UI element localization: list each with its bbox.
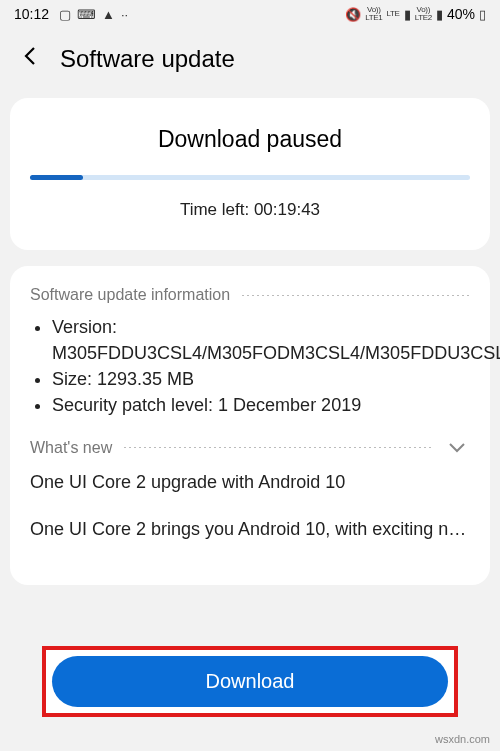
download-status-card: Download paused Time left: 00:19:43 bbox=[10, 98, 490, 250]
update-info-card: Software update information Version: M30… bbox=[10, 266, 490, 585]
sim2-indicator: Vo)) LTE2 bbox=[415, 6, 432, 22]
more-icon: ·· bbox=[121, 7, 128, 22]
whats-new-header[interactable]: What's new bbox=[30, 436, 470, 459]
info-size: Size: 1293.35 MB bbox=[52, 366, 470, 392]
time-left-label: Time left: 00:19:43 bbox=[30, 200, 470, 220]
info-version: Version: M305FDDU3CSL4/M305FODM3CSL4/M30… bbox=[52, 314, 470, 366]
signal2-icon: ▮ bbox=[436, 7, 443, 22]
info-list: Version: M305FDDU3CSL4/M305FODM3CSL4/M30… bbox=[30, 314, 470, 418]
chevron-down-icon bbox=[444, 436, 470, 459]
progress-bar bbox=[30, 175, 470, 180]
info-security: Security patch level: 1 December 2019 bbox=[52, 392, 470, 418]
status-left: 10:12 ▢ ⌨ ▲ ·· bbox=[14, 6, 128, 22]
divider-dots bbox=[240, 295, 470, 296]
chevron-left-icon bbox=[22, 46, 38, 66]
info-section-header: Software update information bbox=[30, 286, 470, 304]
progress-fill bbox=[30, 175, 83, 180]
image-icon: ▢ bbox=[59, 7, 71, 22]
back-button[interactable] bbox=[16, 42, 44, 76]
whats-new-body: One UI Core 2 upgrade with Android 10 On… bbox=[30, 469, 470, 543]
info-section-label: Software update information bbox=[30, 286, 230, 304]
signal1-icon: ▮ bbox=[404, 7, 411, 22]
status-bar: 10:12 ▢ ⌨ ▲ ·· 🔇 Vo)) LTE1 LTE ▮ Vo)) LT… bbox=[0, 0, 500, 28]
whats-new-line2: One UI Core 2 brings you Android 10, wit… bbox=[30, 516, 470, 543]
watermark: wsxdn.com bbox=[435, 733, 490, 745]
download-status-heading: Download paused bbox=[30, 126, 470, 153]
battery-icon: ▯ bbox=[479, 7, 486, 22]
status-right: 🔇 Vo)) LTE1 LTE ▮ Vo)) LTE2 ▮ 40% ▯ bbox=[345, 6, 486, 22]
page-header: Software update bbox=[0, 28, 500, 86]
whats-new-label: What's new bbox=[30, 439, 112, 457]
download-highlight-frame: Download bbox=[42, 646, 458, 717]
net-label: LTE bbox=[386, 10, 399, 18]
page-title: Software update bbox=[60, 45, 235, 73]
clock: 10:12 bbox=[14, 6, 49, 22]
battery-label: 40% bbox=[447, 6, 475, 22]
download-button[interactable]: Download bbox=[52, 656, 448, 707]
whats-new-line1: One UI Core 2 upgrade with Android 10 bbox=[30, 469, 470, 496]
warning-icon: ▲ bbox=[102, 7, 115, 22]
mute-icon: 🔇 bbox=[345, 7, 361, 22]
divider-dots bbox=[122, 447, 434, 448]
sim1-indicator: Vo)) LTE1 bbox=[365, 6, 382, 22]
screen-icon: ⌨ bbox=[77, 7, 96, 22]
